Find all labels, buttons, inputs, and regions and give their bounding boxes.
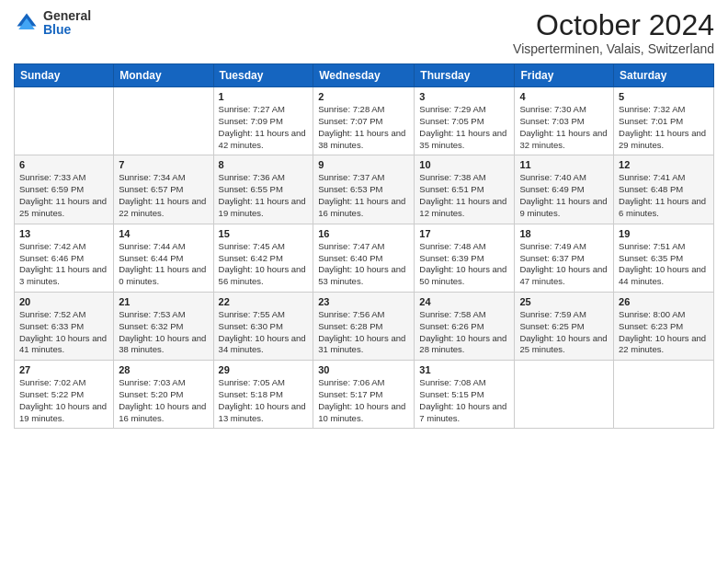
day-number: 28 [119, 364, 208, 375]
day-number: 14 [119, 228, 208, 239]
calendar-cell: 22Sunrise: 7:55 AMSunset: 6:30 PMDayligh… [213, 292, 313, 360]
calendar-cell: 25Sunrise: 7:59 AMSunset: 6:25 PMDayligh… [515, 292, 614, 360]
day-number: 23 [318, 296, 409, 307]
calendar-cell [114, 87, 213, 155]
week-row-1: 1Sunrise: 7:27 AMSunset: 7:09 PMDaylight… [15, 87, 714, 155]
weekday-header-row: SundayMondayTuesdayWednesdayThursdayFrid… [15, 64, 714, 87]
day-number: 15 [219, 228, 309, 239]
calendar-cell: 24Sunrise: 7:58 AMSunset: 6:26 PMDayligh… [415, 292, 515, 360]
weekday-header-tuesday: Tuesday [213, 64, 313, 87]
day-number: 20 [19, 296, 108, 307]
day-detail: Sunrise: 7:02 AMSunset: 5:22 PMDaylight:… [19, 377, 108, 424]
title-block: October 2024 Visperterminen, Valais, Swi… [513, 9, 714, 56]
day-number: 2 [318, 91, 409, 102]
day-number: 1 [219, 91, 309, 102]
day-detail: Sunrise: 7:55 AMSunset: 6:30 PMDaylight:… [219, 309, 309, 356]
weekday-header-thursday: Thursday [415, 64, 515, 87]
day-number: 17 [419, 228, 509, 239]
day-detail: Sunrise: 7:06 AMSunset: 5:17 PMDaylight:… [318, 377, 409, 424]
day-detail: Sunrise: 7:30 AMSunset: 7:03 PMDaylight:… [519, 104, 609, 151]
day-detail: Sunrise: 7:28 AMSunset: 7:07 PMDaylight:… [318, 104, 409, 151]
week-row-5: 27Sunrise: 7:02 AMSunset: 5:22 PMDayligh… [15, 361, 714, 429]
calendar-cell: 31Sunrise: 7:08 AMSunset: 5:15 PMDayligh… [415, 361, 515, 429]
calendar-cell: 2Sunrise: 7:28 AMSunset: 7:07 PMDaylight… [313, 87, 415, 155]
weekday-header-wednesday: Wednesday [313, 64, 415, 87]
day-detail: Sunrise: 7:03 AMSunset: 5:20 PMDaylight:… [119, 377, 208, 424]
day-detail: Sunrise: 7:41 AMSunset: 6:48 PMDaylight:… [619, 172, 709, 219]
calendar-cell: 5Sunrise: 7:32 AMSunset: 7:01 PMDaylight… [614, 87, 714, 155]
logo: General Blue [14, 9, 91, 38]
day-detail: Sunrise: 7:27 AMSunset: 7:09 PMDaylight:… [219, 104, 309, 151]
weekday-header-saturday: Saturday [614, 64, 714, 87]
day-number: 5 [619, 91, 709, 102]
day-number: 16 [318, 228, 409, 239]
day-number: 8 [219, 159, 309, 170]
day-detail: Sunrise: 7:36 AMSunset: 6:55 PMDaylight:… [219, 172, 309, 219]
week-row-4: 20Sunrise: 7:52 AMSunset: 6:33 PMDayligh… [15, 292, 714, 360]
day-detail: Sunrise: 7:58 AMSunset: 6:26 PMDaylight:… [419, 309, 509, 356]
calendar-cell: 9Sunrise: 7:37 AMSunset: 6:53 PMDaylight… [313, 155, 415, 224]
week-row-3: 13Sunrise: 7:42 AMSunset: 6:46 PMDayligh… [15, 224, 714, 292]
day-number: 27 [19, 364, 108, 375]
day-detail: Sunrise: 7:48 AMSunset: 6:39 PMDaylight:… [419, 241, 509, 288]
calendar-cell: 16Sunrise: 7:47 AMSunset: 6:40 PMDayligh… [313, 224, 415, 292]
day-detail: Sunrise: 7:29 AMSunset: 7:05 PMDaylight:… [419, 104, 509, 151]
logo-icon [14, 10, 40, 36]
day-number: 12 [619, 159, 709, 170]
day-number: 19 [619, 228, 709, 239]
calendar-cell: 29Sunrise: 7:05 AMSunset: 5:18 PMDayligh… [213, 361, 313, 429]
weekday-header-monday: Monday [114, 64, 213, 87]
location-title: Visperterminen, Valais, Switzerland [513, 41, 714, 56]
day-number: 24 [419, 296, 509, 307]
weekday-header-sunday: Sunday [15, 64, 114, 87]
day-detail: Sunrise: 7:53 AMSunset: 6:32 PMDaylight:… [119, 309, 208, 356]
calendar-cell: 1Sunrise: 7:27 AMSunset: 7:09 PMDaylight… [213, 87, 313, 155]
calendar-cell: 14Sunrise: 7:44 AMSunset: 6:44 PMDayligh… [114, 224, 213, 292]
day-detail: Sunrise: 7:51 AMSunset: 6:35 PMDaylight:… [619, 241, 709, 288]
day-number: 29 [219, 364, 309, 375]
day-detail: Sunrise: 7:05 AMSunset: 5:18 PMDaylight:… [219, 377, 309, 424]
day-number: 22 [219, 296, 309, 307]
calendar-cell: 10Sunrise: 7:38 AMSunset: 6:51 PMDayligh… [415, 155, 515, 224]
day-detail: Sunrise: 7:42 AMSunset: 6:46 PMDaylight:… [19, 241, 108, 288]
calendar-cell: 12Sunrise: 7:41 AMSunset: 6:48 PMDayligh… [614, 155, 714, 224]
calendar-header: SundayMondayTuesdayWednesdayThursdayFrid… [15, 64, 714, 87]
day-detail: Sunrise: 7:38 AMSunset: 6:51 PMDaylight:… [419, 172, 509, 219]
calendar: SundayMondayTuesdayWednesdayThursdayFrid… [14, 63, 714, 429]
calendar-cell: 3Sunrise: 7:29 AMSunset: 7:05 PMDaylight… [415, 87, 515, 155]
calendar-cell: 27Sunrise: 7:02 AMSunset: 5:22 PMDayligh… [15, 361, 114, 429]
calendar-cell [614, 361, 714, 429]
calendar-cell: 21Sunrise: 7:53 AMSunset: 6:32 PMDayligh… [114, 292, 213, 360]
calendar-cell: 18Sunrise: 7:49 AMSunset: 6:37 PMDayligh… [515, 224, 614, 292]
day-number: 10 [419, 159, 509, 170]
page: General Blue October 2024 Visperterminen… [0, 0, 728, 563]
day-number: 6 [19, 159, 108, 170]
day-detail: Sunrise: 7:08 AMSunset: 5:15 PMDaylight:… [419, 377, 509, 424]
day-detail: Sunrise: 7:37 AMSunset: 6:53 PMDaylight:… [318, 172, 409, 219]
calendar-cell: 8Sunrise: 7:36 AMSunset: 6:55 PMDaylight… [213, 155, 313, 224]
calendar-cell: 17Sunrise: 7:48 AMSunset: 6:39 PMDayligh… [415, 224, 515, 292]
day-detail: Sunrise: 7:45 AMSunset: 6:42 PMDaylight:… [219, 241, 309, 288]
day-number: 11 [519, 159, 609, 170]
calendar-cell: 15Sunrise: 7:45 AMSunset: 6:42 PMDayligh… [213, 224, 313, 292]
calendar-cell: 23Sunrise: 7:56 AMSunset: 6:28 PMDayligh… [313, 292, 415, 360]
day-detail: Sunrise: 7:40 AMSunset: 6:49 PMDaylight:… [519, 172, 609, 219]
day-number: 26 [619, 296, 709, 307]
calendar-cell: 19Sunrise: 7:51 AMSunset: 6:35 PMDayligh… [614, 224, 714, 292]
day-detail: Sunrise: 7:32 AMSunset: 7:01 PMDaylight:… [619, 104, 709, 151]
calendar-cell: 4Sunrise: 7:30 AMSunset: 7:03 PMDaylight… [515, 87, 614, 155]
month-title: October 2024 [513, 9, 714, 41]
header: General Blue October 2024 Visperterminen… [14, 9, 714, 56]
day-number: 4 [519, 91, 609, 102]
day-number: 9 [318, 159, 409, 170]
calendar-cell: 7Sunrise: 7:34 AMSunset: 6:57 PMDaylight… [114, 155, 213, 224]
day-number: 3 [419, 91, 509, 102]
day-number: 7 [119, 159, 208, 170]
calendar-cell: 13Sunrise: 7:42 AMSunset: 6:46 PMDayligh… [15, 224, 114, 292]
day-detail: Sunrise: 7:44 AMSunset: 6:44 PMDaylight:… [119, 241, 208, 288]
calendar-cell: 11Sunrise: 7:40 AMSunset: 6:49 PMDayligh… [515, 155, 614, 224]
day-number: 30 [318, 364, 409, 375]
calendar-cell: 26Sunrise: 8:00 AMSunset: 6:23 PMDayligh… [614, 292, 714, 360]
day-detail: Sunrise: 7:47 AMSunset: 6:40 PMDaylight:… [318, 241, 409, 288]
day-number: 31 [419, 364, 509, 375]
